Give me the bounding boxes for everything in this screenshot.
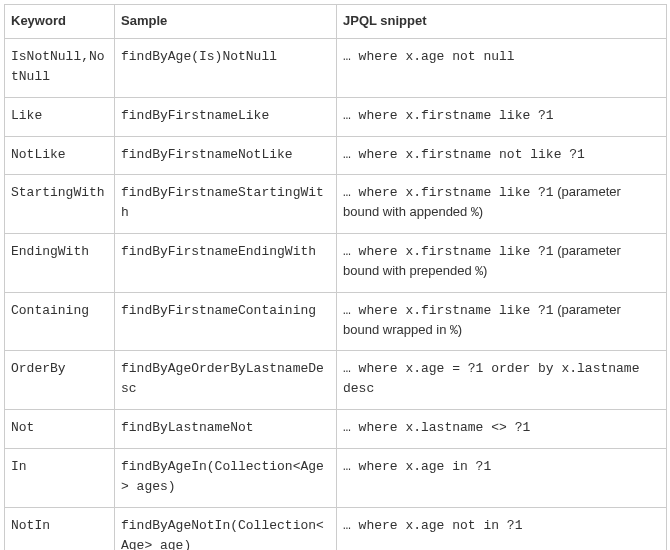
- keyword-code: IsNotNull,NotNull: [11, 49, 105, 84]
- keyword-code: NotIn: [11, 518, 50, 533]
- jpql-code: … where x.firstname not like ?1: [343, 147, 585, 162]
- sample-code: findByAge(Is)NotNull: [121, 49, 277, 64]
- cell-keyword: StartingWith: [5, 175, 115, 234]
- cell-keyword: NotLike: [5, 136, 115, 175]
- cell-keyword: EndingWith: [5, 234, 115, 293]
- table-row: EndingWithfindByFirstnameEndingWith… whe…: [5, 234, 667, 293]
- table-row: NotLikefindByFirstnameNotLike… where x.f…: [5, 136, 667, 175]
- header-keyword: Keyword: [5, 5, 115, 39]
- cell-jpql: … where x.age = ?1 order by x.lastname d…: [337, 351, 667, 410]
- header-jpql: JPQL snippet: [337, 5, 667, 39]
- sample-code: findByFirstnameLike: [121, 108, 269, 123]
- table-row: OrderByfindByAgeOrderByLastnameDesc… whe…: [5, 351, 667, 410]
- cell-sample: findByFirstnameEndingWith: [115, 234, 337, 293]
- keyword-code: In: [11, 459, 27, 474]
- keyword-code: StartingWith: [11, 185, 105, 200]
- sample-code: findByFirstnameContaining: [121, 303, 316, 318]
- cell-jpql: … where x.firstname like ?1 (parameter b…: [337, 292, 667, 351]
- keyword-code: Containing: [11, 303, 89, 318]
- jpql-tail-text: ): [479, 204, 483, 219]
- cell-keyword: In: [5, 448, 115, 507]
- jpql-code: … where x.lastname <> ?1: [343, 420, 530, 435]
- jpql-code: … where x.firstname like ?1: [343, 185, 554, 200]
- cell-jpql: … where x.age not in ?1: [337, 507, 667, 550]
- cell-jpql: … where x.age in ?1: [337, 448, 667, 507]
- cell-sample: findByAgeIn(Collection<Age> ages): [115, 448, 337, 507]
- sample-code: findByAgeNotIn(Collection<Age> age): [121, 518, 324, 550]
- sample-code: findByAgeIn(Collection<Age> ages): [121, 459, 324, 494]
- jpql-code: … where x.age not null: [343, 49, 515, 64]
- sample-code: findByFirstnameEndingWith: [121, 244, 316, 259]
- cell-sample: findByFirstnameContaining: [115, 292, 337, 351]
- keyword-code: NotLike: [11, 147, 66, 162]
- jpql-tail-code: %: [475, 264, 483, 279]
- cell-jpql: … where x.firstname like ?1 (parameter b…: [337, 234, 667, 293]
- cell-sample: findByFirstnameLike: [115, 97, 337, 136]
- jpql-code: … where x.firstname like ?1: [343, 108, 554, 123]
- keyword-code: OrderBy: [11, 361, 66, 376]
- table-row: InfindByAgeIn(Collection<Age> ages)… whe…: [5, 448, 667, 507]
- cell-keyword: IsNotNull,NotNull: [5, 39, 115, 98]
- jpql-tail-code: %: [471, 205, 479, 220]
- header-sample: Sample: [115, 5, 337, 39]
- cell-jpql: … where x.firstname like ?1: [337, 97, 667, 136]
- jpql-tail-text: ): [458, 322, 462, 337]
- jpql-tail-code: %: [450, 323, 458, 338]
- keyword-code: EndingWith: [11, 244, 89, 259]
- table-row: IsNotNull,NotNullfindByAge(Is)NotNull… w…: [5, 39, 667, 98]
- table-row: ContainingfindByFirstnameContaining… whe…: [5, 292, 667, 351]
- cell-jpql: … where x.firstname not like ?1: [337, 136, 667, 175]
- cell-keyword: OrderBy: [5, 351, 115, 410]
- jpql-code: … where x.firstname like ?1: [343, 244, 554, 259]
- table-row: StartingWithfindByFirstnameStartingWith……: [5, 175, 667, 234]
- keyword-code: Not: [11, 420, 34, 435]
- sample-code: findByFirstnameStartingWith: [121, 185, 324, 220]
- table-header-row: Keyword Sample JPQL snippet: [5, 5, 667, 39]
- cell-sample: findByFirstnameNotLike: [115, 136, 337, 175]
- table-row: LikefindByFirstnameLike… where x.firstna…: [5, 97, 667, 136]
- cell-sample: findByFirstnameStartingWith: [115, 175, 337, 234]
- cell-sample: findByAgeOrderByLastnameDesc: [115, 351, 337, 410]
- cell-jpql: … where x.lastname <> ?1: [337, 410, 667, 449]
- cell-sample: findByAgeNotIn(Collection<Age> age): [115, 507, 337, 550]
- cell-keyword: Not: [5, 410, 115, 449]
- keyword-code: Like: [11, 108, 42, 123]
- jpql-code: … where x.age = ?1 order by x.lastname d…: [343, 361, 639, 396]
- jpql-code: … where x.age not in ?1: [343, 518, 522, 533]
- cell-keyword: Like: [5, 97, 115, 136]
- jpql-code: … where x.firstname like ?1: [343, 303, 554, 318]
- sample-code: findByAgeOrderByLastnameDesc: [121, 361, 324, 396]
- cell-keyword: Containing: [5, 292, 115, 351]
- table-row: NotfindByLastnameNot… where x.lastname <…: [5, 410, 667, 449]
- jpql-keyword-table: Keyword Sample JPQL snippet IsNotNull,No…: [4, 4, 667, 550]
- table-row: NotInfindByAgeNotIn(Collection<Age> age)…: [5, 507, 667, 550]
- cell-jpql: … where x.age not null: [337, 39, 667, 98]
- jpql-code: … where x.age in ?1: [343, 459, 491, 474]
- sample-code: findByLastnameNot: [121, 420, 254, 435]
- sample-code: findByFirstnameNotLike: [121, 147, 293, 162]
- jpql-tail-text: ): [483, 263, 487, 278]
- cell-sample: findByAge(Is)NotNull: [115, 39, 337, 98]
- cell-sample: findByLastnameNot: [115, 410, 337, 449]
- cell-keyword: NotIn: [5, 507, 115, 550]
- cell-jpql: … where x.firstname like ?1 (parameter b…: [337, 175, 667, 234]
